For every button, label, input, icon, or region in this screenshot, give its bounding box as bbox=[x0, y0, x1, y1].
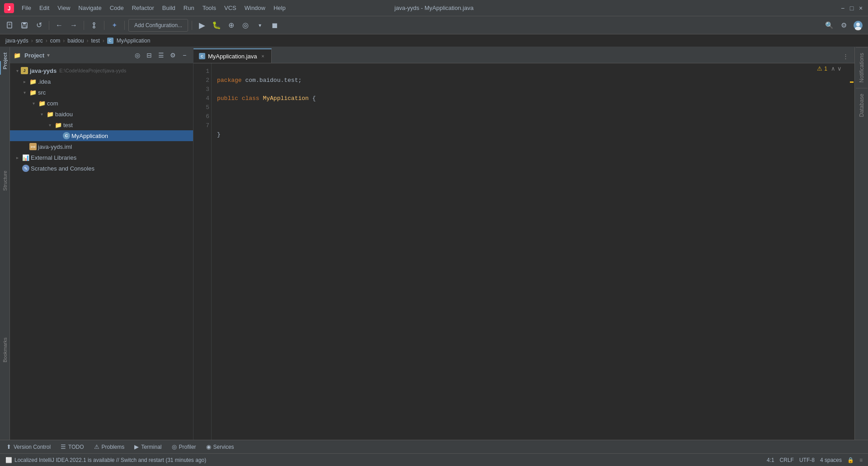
minimize-button[interactable]: − bbox=[839, 5, 846, 12]
nav-forward-button[interactable]: → bbox=[67, 19, 80, 32]
menu-edit[interactable]: Edit bbox=[36, 3, 53, 13]
database-tab[interactable]: Database bbox=[856, 88, 868, 122]
menu-run[interactable]: Run bbox=[180, 3, 198, 13]
menu-refactor[interactable]: Refactor bbox=[128, 3, 158, 13]
todo-tab[interactable]: ☰ TODO bbox=[56, 441, 88, 453]
tree-arrow-test: ▾ bbox=[46, 121, 53, 128]
svg-point-12 bbox=[856, 23, 860, 26]
tree-label-myapp: MyApplication bbox=[71, 133, 108, 139]
dropdown-arrow[interactable]: ▾ bbox=[254, 19, 266, 32]
tree-item-com[interactable]: ▾ 📁 com bbox=[10, 98, 193, 109]
menu-file[interactable]: File bbox=[18, 3, 35, 13]
menu-window[interactable]: Window bbox=[241, 3, 269, 13]
terminal-tab[interactable]: ▶ Terminal bbox=[130, 441, 166, 453]
run-button[interactable]: ▶ bbox=[196, 19, 208, 32]
tree-label-src: src bbox=[38, 89, 46, 96]
tree-item-root[interactable]: ▾ J java-yyds E:\Code\IdeaProject\java-y… bbox=[10, 65, 193, 76]
tree-label-extlibs: External Libraries bbox=[31, 154, 76, 161]
status-bar-right: 4:1 CRLF UTF-8 4 spaces 🔒 ≡ bbox=[767, 457, 863, 463]
tree-item-idea[interactable]: ▸ 📁 .idea bbox=[10, 76, 193, 87]
profiler-run-button[interactable]: ◎ bbox=[239, 19, 252, 32]
breadcrumb-root[interactable]: java-yyds bbox=[5, 38, 28, 44]
sync-button[interactable]: ↺ bbox=[33, 19, 45, 32]
vcs-button[interactable] bbox=[88, 19, 100, 32]
cursor-position[interactable]: 4:1 bbox=[767, 457, 774, 463]
tree-arrow-com: ▾ bbox=[30, 100, 37, 107]
close-button[interactable]: × bbox=[857, 5, 864, 12]
notifications-tab[interactable]: Notifications bbox=[856, 47, 868, 88]
editor-tab-myapp[interactable]: C MyApplication.java × bbox=[193, 48, 272, 63]
warning-down-icon[interactable]: ∨ bbox=[837, 65, 842, 72]
breadcrumb-file[interactable]: MyApplication bbox=[117, 38, 151, 44]
stop-button[interactable]: ◼ bbox=[268, 19, 281, 32]
menu-navigate[interactable]: Navigate bbox=[75, 3, 105, 13]
menu-view[interactable]: View bbox=[54, 3, 74, 13]
warning-up-icon[interactable]: ∧ bbox=[831, 65, 835, 72]
search-everywhere-button[interactable]: 🔍 bbox=[823, 19, 835, 32]
todo-icon: ☰ bbox=[61, 443, 66, 450]
main-content: Project Structure Bookmarks 📁 Project ▾ … bbox=[0, 47, 868, 440]
add-configuration-button[interactable]: Add Configuration... bbox=[128, 19, 188, 32]
services-tab[interactable]: ◉ Services bbox=[202, 441, 239, 453]
bookmark-button[interactable]: ✦ bbox=[108, 19, 121, 32]
editor-scrollbar[interactable] bbox=[848, 63, 854, 440]
tree-item-myapp[interactable]: ▸ C MyApplication bbox=[10, 130, 193, 141]
folder-icon-test: 📁 bbox=[55, 121, 62, 128]
avatar[interactable] bbox=[852, 19, 864, 32]
tree-item-src[interactable]: ▾ 📁 src bbox=[10, 87, 193, 98]
svg-point-9 bbox=[93, 26, 95, 28]
menu-vcs[interactable]: VCS bbox=[221, 3, 240, 13]
todo-label: TODO bbox=[68, 444, 84, 450]
status-bar: ⬜ Localized IntelliJ IDEA 2022.1 is avai… bbox=[0, 453, 868, 466]
project-dropdown[interactable]: Project ▾ bbox=[24, 52, 50, 59]
coverage-button[interactable]: ⊕ bbox=[225, 19, 237, 32]
menu-build[interactable]: Build bbox=[159, 3, 179, 13]
menu-tools[interactable]: Tools bbox=[199, 3, 220, 13]
version-control-tab[interactable]: ⬆ Version Control bbox=[2, 441, 55, 453]
warning-count: 1 bbox=[824, 66, 827, 72]
line-numbers: 1 2 3 4 5 6 7 bbox=[193, 63, 212, 440]
menu-code[interactable]: Code bbox=[106, 3, 127, 13]
tree-label-scratches: Scratches and Consoles bbox=[31, 165, 94, 172]
code-content[interactable]: package com.baidou.test; public class My… bbox=[212, 63, 848, 440]
collapse-all-button[interactable]: ⊟ bbox=[144, 50, 154, 60]
profiler-tab[interactable]: ◎ Profiler bbox=[167, 441, 201, 453]
new-file-button[interactable] bbox=[4, 19, 16, 32]
toolbar-separator-4 bbox=[124, 21, 125, 30]
line-ending[interactable]: CRLF bbox=[780, 457, 794, 463]
editor-tabs-more[interactable]: ⋮ bbox=[840, 49, 851, 63]
panel-settings-button[interactable]: ⚙ bbox=[168, 50, 178, 60]
code-editor[interactable]: 1 2 3 4 5 6 7 package com.baidou.test; p… bbox=[193, 63, 848, 440]
settings-button[interactable]: ⚙ bbox=[837, 19, 850, 32]
tree-label-test: test bbox=[63, 122, 73, 128]
file-encoding[interactable]: UTF-8 bbox=[799, 457, 815, 463]
breadcrumb-src[interactable]: src bbox=[36, 38, 43, 44]
warning-indicator[interactable]: ⚠ 1 ∧ ∨ bbox=[813, 63, 845, 74]
maximize-button[interactable]: □ bbox=[848, 5, 855, 12]
project-tab[interactable]: Project bbox=[0, 47, 9, 75]
structure-tab-left[interactable]: Structure bbox=[0, 165, 9, 196]
version-control-label: Version Control bbox=[14, 444, 51, 450]
tree-item-scratches[interactable]: ▸ ✎ Scratches and Consoles bbox=[10, 163, 193, 174]
tree-item-iml[interactable]: ▸ iml java-yyds.iml bbox=[10, 141, 193, 152]
problems-tab[interactable]: ⚠ Problems bbox=[90, 441, 129, 453]
locate-file-button[interactable]: ◎ bbox=[132, 50, 142, 60]
menu-help[interactable]: Help bbox=[270, 3, 289, 13]
tree-item-test[interactable]: ▾ 📁 test bbox=[10, 119, 193, 130]
status-message-text: Localized IntelliJ IDEA 2022.1 is availa… bbox=[14, 457, 206, 463]
save-button[interactable] bbox=[18, 19, 31, 32]
breadcrumb: java-yyds › src › com › baidou › test › … bbox=[0, 34, 868, 47]
indent-info[interactable]: 4 spaces bbox=[820, 457, 842, 463]
tree-item-extlibs[interactable]: ▸ 📊 External Libraries bbox=[10, 152, 193, 163]
expand-all-button[interactable]: ☰ bbox=[156, 50, 166, 60]
breadcrumb-com[interactable]: com bbox=[50, 38, 61, 44]
hide-panel-button[interactable]: − bbox=[179, 50, 189, 60]
folder-icon-src: 📁 bbox=[29, 89, 37, 96]
tab-close-button[interactable]: × bbox=[259, 53, 266, 59]
breadcrumb-test[interactable]: test bbox=[91, 38, 99, 44]
debug-button[interactable]: 🐛 bbox=[210, 19, 223, 32]
bookmarks-tab-left[interactable]: Bookmarks bbox=[0, 332, 9, 368]
breadcrumb-baidou[interactable]: baidou bbox=[67, 38, 84, 44]
tree-item-baidou[interactable]: ▾ 📁 baidou bbox=[10, 109, 193, 119]
nav-back-button[interactable]: ← bbox=[53, 19, 66, 32]
